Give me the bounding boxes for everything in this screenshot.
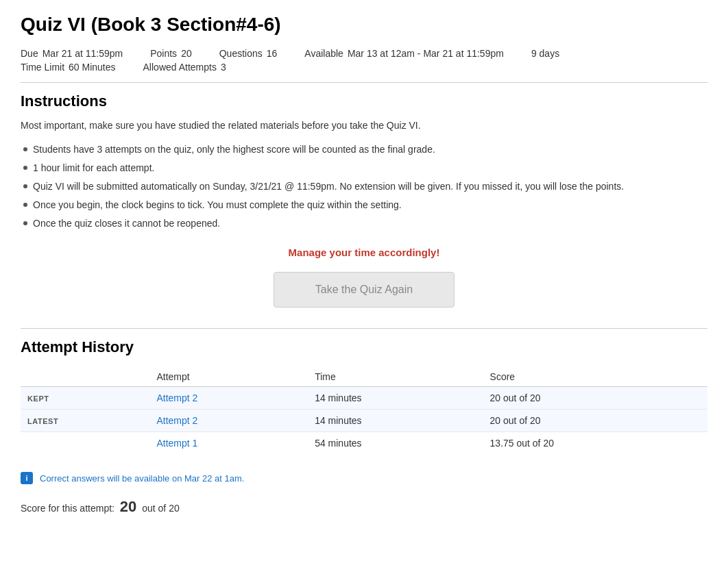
questions-label: Questions [219, 48, 263, 59]
col-header-score: Score [483, 367, 707, 387]
col-header-label [21, 367, 149, 387]
score-row: Score for this attempt: 20 out of 20 [21, 498, 707, 516]
bullet-item: Once you begin, the clock begins to tick… [21, 196, 707, 214]
take-quiz-button[interactable]: Take the Quiz Again [274, 272, 454, 308]
instructions-intro: Most important, make sure you have studi… [21, 120, 707, 131]
time-limit-meta: Time Limit 60 Minutes [21, 62, 116, 73]
attempt-score: 20 out of 20 [483, 387, 707, 410]
meta-row-2: Time Limit 60 Minutes Allowed Attempts 3 [21, 62, 707, 73]
table-row: Attempt 154 minutes13.75 out of 20 [21, 432, 707, 455]
available-meta: Available Mar 13 at 12am - Mar 21 at 11:… [304, 48, 504, 59]
attempt-link[interactable]: Attempt 2 [156, 392, 197, 403]
questions-value: 16 [267, 48, 278, 59]
attempt-score: 13.75 out of 20 [483, 432, 707, 455]
attempt-link-cell[interactable]: Attempt 1 [149, 432, 308, 455]
divider-2 [21, 328, 707, 329]
attempt-time: 54 minutes [308, 432, 483, 455]
bullet-item: Quiz VI will be submitted automatically … [21, 177, 707, 196]
due-value: Mar 21 at 11:59pm [43, 48, 123, 59]
instructions-title: Instructions [21, 92, 707, 110]
time-limit-label: Time Limit [21, 62, 64, 73]
divider-1 [21, 82, 707, 83]
row-label: LATEST [21, 410, 149, 432]
questions-meta: Questions 16 [219, 48, 278, 59]
attempt-link-cell[interactable]: Attempt 2 [149, 387, 308, 410]
col-header-time: Time [308, 367, 483, 387]
score-out-of: out of 20 [142, 503, 180, 514]
manage-time-text: Manage your time accordingly! [21, 247, 707, 258]
days-value: 9 days [531, 48, 559, 59]
take-quiz-wrapper: Take the Quiz Again [21, 272, 707, 308]
correct-answers-text: Correct answers will be available on Mar… [40, 473, 244, 484]
points-value: 20 [181, 48, 192, 59]
attempt-link[interactable]: Attempt 2 [156, 415, 197, 426]
table-row: KEPTAttempt 214 minutes20 out of 20 [21, 387, 707, 410]
attempt-score: 20 out of 20 [483, 410, 707, 432]
attempt-link[interactable]: Attempt 1 [156, 438, 197, 449]
page-title: Quiz VI (Book 3 Section#4-6) [21, 14, 707, 36]
points-meta: Points 20 [150, 48, 192, 59]
allowed-attempts-meta: Allowed Attempts 3 [143, 62, 226, 73]
meta-row-1: Due Mar 21 at 11:59pm Points 20 Question… [21, 48, 707, 59]
info-icon: i [21, 472, 33, 484]
available-value: Mar 13 at 12am - Mar 21 at 11:59pm [348, 48, 504, 59]
bullet-item: Students have 3 attempts on the quiz, on… [21, 140, 707, 159]
available-label: Available [304, 48, 343, 59]
correct-answers-note: i Correct answers will be available on M… [21, 468, 707, 488]
days-meta: 9 days [531, 48, 559, 59]
row-label: KEPT [21, 387, 149, 410]
due-meta: Due Mar 21 at 11:59pm [21, 48, 123, 59]
bullet-item: Once the quiz closes it cannot be reopen… [21, 214, 707, 233]
score-label: Score for this attempt: [21, 503, 114, 514]
score-number: 20 [120, 498, 136, 515]
table-row: LATESTAttempt 214 minutes20 out of 20 [21, 410, 707, 432]
allowed-attempts-label: Allowed Attempts [143, 62, 217, 73]
bullet-item: 1 hour limit for each attempt. [21, 159, 707, 177]
attempt-link-cell[interactable]: Attempt 2 [149, 410, 308, 432]
col-header-attempt: Attempt [149, 367, 308, 387]
attempt-time: 14 minutes [308, 410, 483, 432]
points-label: Points [150, 48, 177, 59]
allowed-attempts-value: 3 [221, 62, 226, 73]
time-limit-value: 60 Minutes [69, 62, 115, 73]
row-label [21, 432, 149, 455]
attempt-time: 14 minutes [308, 387, 483, 410]
attempt-table: Attempt Time Score KEPTAttempt 214 minut… [21, 367, 707, 454]
due-label: Due [21, 48, 38, 59]
attempt-history-title: Attempt History [21, 338, 707, 356]
instructions-list: Students have 3 attempts on the quiz, on… [21, 140, 707, 233]
